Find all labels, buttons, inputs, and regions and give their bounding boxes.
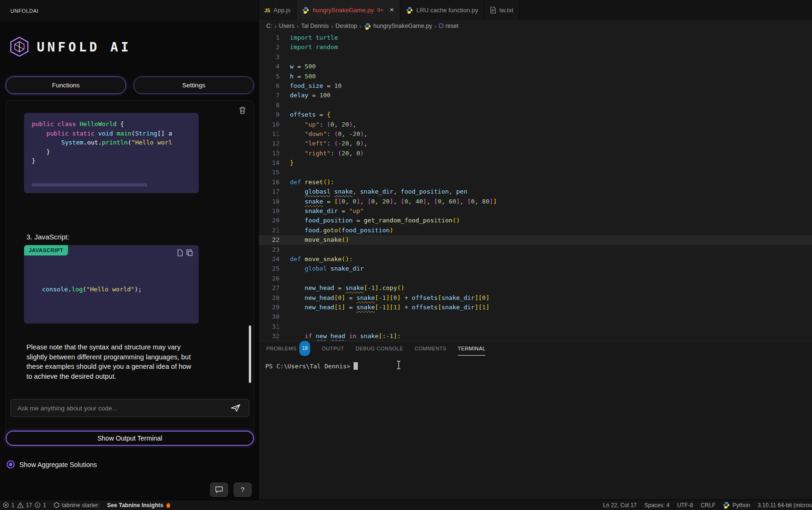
line-number[interactable]: 28 xyxy=(259,293,279,303)
language-mode[interactable]: Python xyxy=(723,502,750,509)
line-number[interactable]: 17 xyxy=(259,187,279,196)
line-number[interactable]: 4 xyxy=(259,62,279,71)
terminal[interactable]: PS C:\Users\Tal Dennis> xyxy=(259,356,812,500)
problems-summary[interactable]: 1 17 1 xyxy=(3,502,46,509)
line-number[interactable]: 29 xyxy=(259,303,279,312)
interpreter-version[interactable]: 3.10.11 64-bit (micros xyxy=(758,502,812,509)
line-number[interactable]: 15 xyxy=(259,168,279,177)
line-number[interactable]: 19 xyxy=(259,206,279,216)
panel-tab-output[interactable]: OUTPUT xyxy=(321,341,344,356)
line-number[interactable]: 23 xyxy=(259,245,279,255)
indentation[interactable]: Spaces: 4 xyxy=(644,502,669,509)
code-line[interactable]: 16def reset(): xyxy=(259,178,812,187)
aggregate-solutions-radio[interactable]: Show Aggregate Solutions xyxy=(7,460,97,468)
code-line[interactable]: 29 new_head[1] = snake[-1][1] + offsets[… xyxy=(259,303,812,312)
line-number[interactable]: 1 xyxy=(259,33,279,42)
send-button[interactable] xyxy=(230,401,246,415)
code-line[interactable]: 28 new_head[0] = snake[-1][0] + offsets[… xyxy=(259,293,812,303)
code-line[interactable]: 9offsets = { xyxy=(259,110,812,119)
editor-tab-app.js[interactable]: JSApp.js xyxy=(259,0,296,20)
line-number[interactable]: 26 xyxy=(259,274,279,283)
line-number[interactable]: 24 xyxy=(259,255,279,264)
line-number[interactable]: 10 xyxy=(259,120,279,129)
panel-tab-terminal[interactable]: TERMINAL xyxy=(458,341,486,356)
copy-file-icon[interactable] xyxy=(177,249,183,256)
line-number[interactable]: 25 xyxy=(259,264,279,273)
code-line[interactable]: 21 food.goto(food_position) xyxy=(259,226,812,235)
code-block-scrollbar[interactable] xyxy=(32,183,147,187)
tabnine-insights-link[interactable]: See Tabnine Insights xyxy=(107,502,171,509)
line-number[interactable]: 8 xyxy=(259,101,279,110)
code-line[interactable]: 22 move_snake() xyxy=(259,235,812,245)
line-number[interactable]: 27 xyxy=(259,283,279,293)
code-line[interactable]: 8 xyxy=(259,101,812,110)
code-line[interactable]: 19 snake_dir = "up" xyxy=(259,206,812,216)
functions-tab-button[interactable]: Functions xyxy=(6,76,126,94)
line-number[interactable]: 32 xyxy=(259,332,279,341)
close-tab-icon[interactable]: ✕ xyxy=(389,7,394,13)
code-line[interactable]: 15 xyxy=(259,168,812,177)
line-number[interactable]: 31 xyxy=(259,322,279,332)
code-line[interactable]: 12 "left": (-20, 0), xyxy=(259,139,812,148)
help-button[interactable]: ? xyxy=(234,483,252,497)
clear-chat-button[interactable] xyxy=(239,106,246,114)
code-line[interactable]: 18 snake = [[0, 0], [0, 20], [0, 40], [0… xyxy=(259,197,812,206)
eol[interactable]: CRLF xyxy=(701,502,715,509)
code-line[interactable]: 24def move_snake(): xyxy=(259,255,812,264)
code-line[interactable]: 32 if new head in snake[:-1]: xyxy=(259,332,812,341)
panel-tab-problems[interactable]: PROBLEMS19 xyxy=(266,341,310,356)
line-number[interactable]: 18 xyxy=(259,197,279,206)
line-number[interactable]: 2 xyxy=(259,42,279,52)
chat-scrollbar[interactable] xyxy=(249,325,251,383)
breadcrumb-item[interactable]: C: xyxy=(266,23,272,29)
code-line[interactable]: 5h = 500 xyxy=(259,72,812,81)
breadcrumb-item[interactable]: reset xyxy=(439,23,459,29)
breadcrumb-item[interactable]: hungrySnakeGame.py xyxy=(364,23,432,30)
line-number[interactable]: 7 xyxy=(259,91,279,100)
code-line[interactable]: 10 "up": (0, 20), xyxy=(259,120,812,129)
editor-tab-lru-cache-function.py[interactable]: LRU cache function.py xyxy=(400,0,484,20)
code-line[interactable]: 26 xyxy=(259,274,812,283)
line-number[interactable]: 13 xyxy=(259,149,279,158)
feedback-button[interactable] xyxy=(210,483,228,497)
code-line[interactable]: 20 food_position = get_random_food_posit… xyxy=(259,216,812,225)
code-line[interactable]: 31 xyxy=(259,322,812,332)
line-number[interactable]: 9 xyxy=(259,110,279,119)
breadcrumb-item[interactable]: Tal Dennis xyxy=(301,23,329,29)
chat-input[interactable] xyxy=(10,399,249,417)
code-line[interactable]: 30 xyxy=(259,312,812,322)
code-line[interactable]: 13 "right": (20, 0) xyxy=(259,149,812,158)
line-number[interactable]: 12 xyxy=(259,139,279,148)
line-number[interactable]: 11 xyxy=(259,129,279,139)
panel-tab-comments[interactable]: COMMENTS xyxy=(414,341,446,356)
line-number[interactable]: 21 xyxy=(259,226,279,235)
code-line[interactable]: 11 "down": (0, -20), xyxy=(259,129,812,139)
code-line[interactable]: 6food_size = 10 xyxy=(259,81,812,91)
tabnine-status[interactable]: tabnine starter: xyxy=(54,502,100,509)
code-editor[interactable]: 1import turtle2import random34w = 5005h … xyxy=(259,32,812,341)
line-number[interactable]: 20 xyxy=(259,216,279,225)
settings-tab-button[interactable]: Settings xyxy=(134,76,254,94)
line-number[interactable]: 3 xyxy=(259,52,279,62)
editor-tab-tw.txt[interactable]: tw.txt xyxy=(484,0,520,20)
breadcrumb-item[interactable]: Users xyxy=(279,23,295,29)
code-line[interactable]: 7delay = 100 xyxy=(259,91,812,100)
copy-icon[interactable] xyxy=(186,249,193,256)
code-line[interactable]: 3 xyxy=(259,52,812,62)
line-number[interactable]: 22 xyxy=(259,235,279,245)
editor-tab-hungrysnakegame.py[interactable]: hungrySnakeGame.py9+✕ xyxy=(296,0,400,20)
code-line[interactable]: 1import turtle xyxy=(259,33,812,42)
code-line[interactable]: 27 new_head = snake[-1].copy() xyxy=(259,283,812,293)
breadcrumb-item[interactable]: Desktop xyxy=(336,23,357,29)
show-output-terminal-button[interactable]: Show Output Terminal xyxy=(6,431,254,446)
cursor-position[interactable]: Ln 22, Col 17 xyxy=(603,502,636,509)
line-number[interactable]: 16 xyxy=(259,178,279,187)
encoding[interactable]: UTF-8 xyxy=(677,502,693,509)
code-line[interactable]: 25 global snake_dir xyxy=(259,264,812,273)
code-line[interactable]: 14} xyxy=(259,158,812,168)
code-line[interactable]: 2import random xyxy=(259,42,812,52)
line-number[interactable]: 6 xyxy=(259,81,279,91)
code-line[interactable]: 17 globasl snake, snake_dir, food_positi… xyxy=(259,187,812,196)
panel-tab-debug-console[interactable]: DEBUG CONSOLE xyxy=(355,341,403,356)
code-line[interactable]: 23 xyxy=(259,245,812,255)
